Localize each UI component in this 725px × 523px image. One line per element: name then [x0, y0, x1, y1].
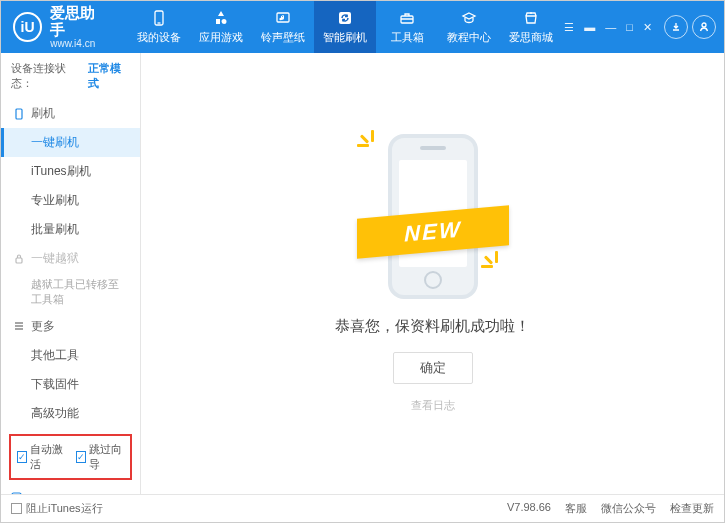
lock-small-icon [13, 253, 25, 265]
app-window: iU 爱思助手 www.i4.cn 我的设备 应用游戏 铃声壁纸 智能刷机 工具… [0, 0, 725, 523]
sparkle-icon [481, 251, 511, 281]
refresh-icon [336, 9, 354, 27]
phone-icon [150, 9, 168, 27]
wechat-link[interactable]: 微信公众号 [601, 501, 656, 516]
update-link[interactable]: 检查更新 [670, 501, 714, 516]
checkbox-skip-wizard[interactable]: ✓跳过向导 [76, 442, 125, 472]
jailbreak-note: 越狱工具已转移至工具箱 [1, 273, 140, 312]
section-jailbreak[interactable]: 一键越狱 [1, 244, 140, 273]
svg-rect-7 [16, 258, 22, 263]
nav-label: 爱思商城 [509, 30, 553, 45]
sparkle-icon [357, 130, 387, 160]
lock-icon[interactable]: ▬ [582, 19, 597, 36]
nav-label: 应用游戏 [199, 30, 243, 45]
support-link[interactable]: 客服 [565, 501, 587, 516]
brand-url: www.i4.cn [50, 38, 108, 49]
ok-button[interactable]: 确定 [393, 352, 473, 384]
nav-label: 教程中心 [447, 30, 491, 45]
nav-my-device[interactable]: 我的设备 [128, 1, 190, 53]
device-info[interactable]: iPhone 12 mini 64GB Down-12mini-13,1 [1, 486, 140, 494]
checkbox-block-itunes[interactable]: 阻止iTunes运行 [11, 501, 103, 516]
nav-tutorial[interactable]: 教程中心 [438, 1, 500, 53]
svg-point-5 [702, 23, 706, 27]
checkbox-icon [11, 503, 22, 514]
maximize-icon[interactable]: □ [624, 19, 635, 36]
conn-status: 正常模式 [88, 61, 130, 91]
nav-toolbox[interactable]: 工具箱 [376, 1, 438, 53]
graduation-icon [460, 9, 478, 27]
nav-apps[interactable]: 应用游戏 [190, 1, 252, 53]
user-button[interactable] [692, 15, 716, 39]
brand: 爱思助手 www.i4.cn [50, 5, 108, 49]
main-content: NEW 恭喜您，保资料刷机成功啦！ 确定 查看日志 [141, 53, 724, 494]
titlebar: iU 爱思助手 www.i4.cn 我的设备 应用游戏 铃声壁纸 智能刷机 工具… [1, 1, 724, 53]
minimize-icon[interactable]: — [603, 19, 618, 36]
apps-icon [212, 9, 230, 27]
sidebar-item-itunes[interactable]: iTunes刷机 [1, 157, 140, 186]
titlebar-right: ☰ ▬ — □ ✕ [562, 15, 724, 39]
sidebar-item-pro[interactable]: 专业刷机 [1, 186, 140, 215]
statusbar: 阻止iTunes运行 V7.98.66 客服 微信公众号 检查更新 [1, 494, 724, 522]
sidebar-item-other[interactable]: 其他工具 [1, 341, 140, 370]
nav-flash[interactable]: 智能刷机 [314, 1, 376, 53]
phone-small-icon [13, 108, 25, 120]
connection-status-row: 设备连接状态： 正常模式 [1, 53, 140, 99]
sb-label: 阻止iTunes运行 [26, 501, 103, 516]
view-log-link[interactable]: 查看日志 [411, 398, 455, 413]
store-icon [522, 9, 540, 27]
list-icon [13, 320, 25, 332]
brand-name: 爱思助手 [50, 5, 108, 38]
svg-rect-3 [339, 12, 351, 24]
success-message: 恭喜您，保资料刷机成功啦！ [335, 317, 530, 336]
section-label: 刷机 [31, 105, 55, 122]
sidebar-item-advanced[interactable]: 高级功能 [1, 399, 140, 428]
sidebar-item-download[interactable]: 下载固件 [1, 370, 140, 399]
version-label: V7.98.66 [507, 501, 551, 516]
section-label: 一键越狱 [31, 250, 79, 267]
options-highlight: ✓自动激活 ✓跳过向导 [9, 434, 132, 480]
conn-label: 设备连接状态： [11, 61, 84, 91]
cb-label: 自动激活 [30, 442, 65, 472]
download-button[interactable] [664, 15, 688, 39]
menu-icon[interactable]: ☰ [562, 19, 576, 36]
nav-label: 智能刷机 [323, 30, 367, 45]
sidebar-item-batch[interactable]: 批量刷机 [1, 215, 140, 244]
toolbox-icon [398, 9, 416, 27]
top-nav: 我的设备 应用游戏 铃声壁纸 智能刷机 工具箱 教程中心 爱思商城 [128, 1, 562, 53]
cb-label: 跳过向导 [89, 442, 124, 472]
logo-icon: iU [13, 12, 42, 42]
statusbar-right: V7.98.66 客服 微信公众号 检查更新 [507, 501, 714, 516]
body: 设备连接状态： 正常模式 刷机 一键刷机 iTunes刷机 专业刷机 批量刷机 … [1, 53, 724, 494]
sidebar: 设备连接状态： 正常模式 刷机 一键刷机 iTunes刷机 专业刷机 批量刷机 … [1, 53, 141, 494]
sidebar-item-oneclick[interactable]: 一键刷机 [1, 128, 140, 157]
nav-label: 工具箱 [391, 30, 424, 45]
section-label: 更多 [31, 318, 55, 335]
success-illustration: NEW [363, 134, 503, 299]
checkbox-auto-activate[interactable]: ✓自动激活 [17, 442, 66, 472]
nav-label: 铃声壁纸 [261, 30, 305, 45]
section-flash[interactable]: 刷机 [1, 99, 140, 128]
section-more[interactable]: 更多 [1, 312, 140, 341]
nav-label: 我的设备 [137, 30, 181, 45]
window-controls: ☰ ▬ — □ ✕ [562, 19, 654, 36]
close-icon[interactable]: ✕ [641, 19, 654, 36]
svg-rect-6 [16, 109, 22, 119]
music-icon [274, 9, 292, 27]
nav-ringtone[interactable]: 铃声壁纸 [252, 1, 314, 53]
nav-store[interactable]: 爱思商城 [500, 1, 562, 53]
